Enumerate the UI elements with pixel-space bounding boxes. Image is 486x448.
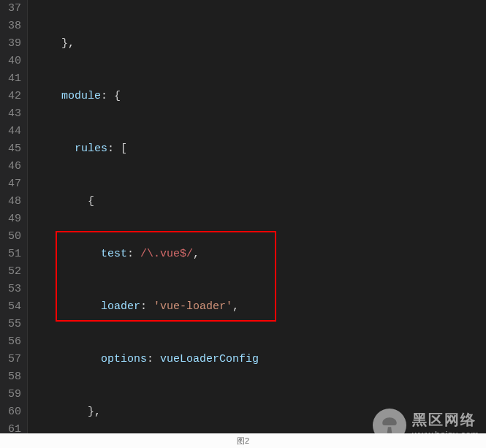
line-number: 52 [3, 263, 21, 281]
line-number: 56 [3, 333, 21, 351]
line-number: 45 [3, 140, 21, 158]
line-number: 44 [3, 123, 21, 140]
line-number: 42 [3, 88, 21, 105]
line-number: 53 [3, 281, 21, 298]
line-number: 43 [3, 105, 21, 123]
line-number: 41 [3, 70, 21, 88]
line-number: 50 [3, 228, 21, 246]
line-number: 47 [3, 175, 21, 193]
line-number: 60 [3, 403, 21, 421]
line-number: 55 [3, 316, 21, 333]
code-line: }, [35, 403, 476, 421]
line-number: 48 [3, 193, 21, 210]
line-number: 57 [3, 351, 21, 368]
line-number: 46 [3, 158, 21, 175]
code-area[interactable]: }, module: { rules: [ { test: /\.vue$/, … [28, 0, 476, 448]
line-number: 40 [3, 53, 21, 70]
figure-caption: 图2 [0, 433, 486, 448]
code-line: { [35, 193, 476, 210]
code-editor[interactable]: 3738394041424344454647484950515253545556… [0, 0, 486, 448]
line-number: 51 [3, 246, 21, 263]
code-line: rules: [ [35, 140, 476, 158]
code-line: loader: 'vue-loader', [35, 298, 476, 316]
line-number: 49 [3, 210, 21, 228]
line-number: 38 [3, 18, 21, 35]
line-number: 37 [3, 0, 21, 18]
line-number: 58 [3, 368, 21, 386]
code-line: }, [35, 35, 476, 53]
line-number: 39 [3, 35, 21, 53]
line-number: 59 [3, 386, 21, 403]
code-line: module: { [35, 88, 476, 105]
line-number-gutter: 3738394041424344454647484950515253545556… [0, 0, 28, 448]
line-number: 54 [3, 298, 21, 316]
code-line: options: vueLoaderConfig [35, 351, 476, 368]
code-line: test: /\.vue$/, [35, 246, 476, 263]
